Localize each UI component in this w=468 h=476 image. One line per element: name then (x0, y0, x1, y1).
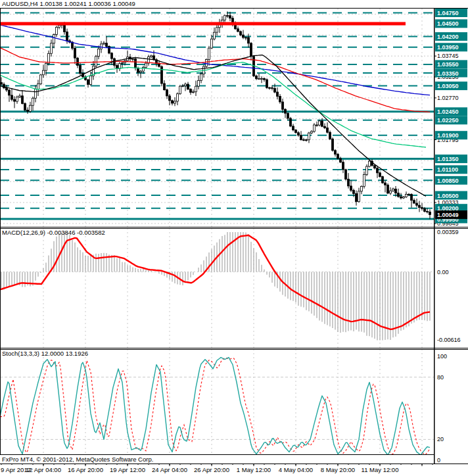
time-label: 12 Apr 04:00 (26, 466, 61, 473)
price-tick-label: 1.03745 (437, 53, 459, 59)
macd-indicator-header: MACD(12,26,9) -0.003846 -0.003582 (2, 229, 105, 236)
stoch-scale-label: 20 (437, 436, 444, 442)
stoch-scale-label: 100 (437, 353, 447, 360)
time-label: 26 Apr 20:00 (194, 466, 229, 473)
macd-scale-label: 0.00 (437, 269, 449, 275)
time-label: 24 Apr 04:00 (152, 466, 187, 473)
svg-text:1.01900: 1.01900 (437, 132, 459, 139)
mt4-chart-window: 1.037451.032581.027701.017951.003330.998… (0, 0, 468, 476)
time-label: 16 Apr 20:00 (68, 466, 103, 473)
svg-text:1.03950: 1.03950 (437, 44, 459, 51)
svg-text:1.01100: 1.01100 (437, 166, 458, 173)
svg-text:1.02450: 1.02450 (437, 108, 459, 115)
svg-text:1.04750: 1.04750 (437, 10, 459, 16)
svg-text:1.03050: 1.03050 (437, 83, 459, 89)
svg-text:1.00850: 1.00850 (437, 178, 459, 184)
chart-title: AUDUSD,H4 1.00138 1.00241 1.00036 1.0004… (2, 0, 135, 7)
time-axis: 9 Apr 201212 Apr 04:0016 Apr 20:0019 Apr… (0, 465, 468, 476)
time-label: 4 May 04:00 (279, 466, 313, 473)
svg-text:1.00500: 1.00500 (437, 193, 459, 199)
svg-text:1.00049: 1.00049 (437, 212, 459, 218)
svg-text:1.04500: 1.04500 (437, 20, 459, 27)
svg-text:1.01350: 1.01350 (437, 156, 459, 162)
macd-scale-label: -0.00616 (437, 337, 461, 343)
time-label: 8 May 20:00 (321, 466, 355, 473)
stoch-indicator-header: Stoch(13,3,3) 12.0000 13.1926 (2, 350, 88, 357)
time-label: 1 May 12:00 (237, 466, 271, 473)
copyright-text: FxPro MT4, © 2001-2012, MetaQuotes Softw… (0, 454, 434, 464)
price-tick-label: 1.02770 (437, 95, 459, 101)
time-label: 11 May 12:00 (362, 466, 399, 473)
chart-canvas[interactable]: 1.037451.032581.027701.017951.003330.998… (0, 0, 468, 476)
time-label: 19 Apr 12:00 (110, 466, 145, 473)
svg-text:1.03350: 1.03350 (437, 70, 459, 77)
macd-scale-label: 0.00359 (437, 229, 459, 235)
svg-text:1.02250: 1.02250 (437, 117, 459, 124)
stoch-scale-label: 0 (437, 457, 440, 464)
stoch-scale-label: 80 (437, 374, 444, 381)
svg-text:1.03550: 1.03550 (437, 61, 459, 68)
svg-text:1.04200: 1.04200 (437, 34, 459, 40)
